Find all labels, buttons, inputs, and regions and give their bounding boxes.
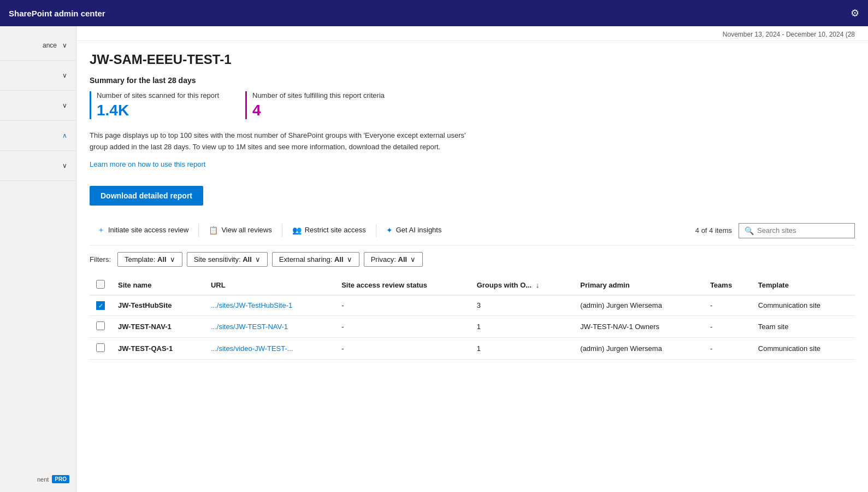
page-title: JW-SAM-EEEU-TEST-1 — [90, 52, 855, 67]
row-teams: - — [704, 295, 752, 316]
table-row: ✓JW-TestHubSite.../sites/JW-TestHubSite-… — [90, 295, 855, 316]
sort-icon: ↓ — [536, 281, 540, 289]
sidebar-item-3[interactable]: ∨ — [0, 95, 76, 116]
content-area: November 13, 2024 - December 10, 2024 (2… — [76, 26, 868, 492]
sidebar-item-2[interactable]: ∨ — [0, 65, 76, 86]
sensitivity-filter-label: Site sensitivity: All — [194, 255, 252, 263]
col-groups[interactable]: Groups with O... ↓ — [470, 276, 574, 295]
row-template: Communication site — [752, 295, 855, 316]
row-review-status: - — [335, 295, 470, 316]
row-checkbox-cell[interactable] — [90, 338, 111, 360]
ai-insights-button[interactable]: ✦ Get AI insights — [379, 221, 450, 240]
toolbar-sep-1 — [198, 224, 199, 237]
row-url[interactable]: .../sites/JW-TestHubSite-1 — [204, 295, 335, 316]
date-range-text: November 13, 2024 - December 10, 2024 (2… — [723, 31, 855, 38]
download-report-button[interactable]: Download detailed report — [90, 186, 203, 206]
row-site-name: JW-TestHubSite — [111, 295, 204, 316]
people-icon: 👥 — [292, 226, 302, 235]
chevron-icon-2: ∨ — [62, 72, 67, 79]
date-header: November 13, 2024 - December 10, 2024 (2… — [76, 26, 868, 41]
row-primary-admin: (admin) Jurgen Wiersema — [574, 338, 704, 360]
row-groups: 3 — [470, 295, 574, 316]
template-filter[interactable]: Template: All ∨ — [117, 252, 182, 267]
learn-more-link[interactable]: Learn more on how to use this report — [90, 160, 205, 168]
items-count: 4 of 4 items — [695, 226, 732, 235]
col-template: Template — [752, 276, 855, 295]
restrict-access-button[interactable]: 👥 Restrict site access — [285, 221, 374, 240]
chevron-icon-5: ∨ — [62, 162, 67, 169]
sidebar-group-4: ∧ — [0, 121, 76, 151]
sidebar-item-5[interactable]: ∨ — [0, 155, 76, 176]
select-all-checkbox[interactable] — [96, 280, 105, 289]
chevron-icon-3: ∨ — [62, 102, 67, 109]
filters-row: Filters: Template: All ∨ Site sensitivit… — [90, 252, 855, 267]
sidebar: ance ∨ ∨ ∨ ∧ ∨ nent PRO — [0, 26, 76, 492]
row-groups: 1 — [470, 338, 574, 360]
search-input[interactable] — [757, 226, 849, 235]
row-url[interactable]: .../sites/JW-TEST-NAV-1 — [204, 316, 335, 338]
sidebar-group-2: ∨ — [0, 61, 76, 91]
filters-label: Filters: — [90, 255, 111, 263]
row-primary-admin: JW-TEST-NAV-1 Owners — [574, 316, 704, 338]
privacy-filter[interactable]: Privacy: All ∨ — [364, 252, 423, 267]
external-sharing-filter-label: External sharing: All — [279, 255, 344, 263]
sensitivity-filter[interactable]: Site sensitivity: All ∨ — [187, 252, 268, 267]
toolbar-sep-3 — [376, 224, 376, 237]
privacy-chevron-icon: ∨ — [410, 255, 416, 263]
row-checkbox[interactable] — [96, 343, 105, 352]
row-site-name: JW-TEST-NAV-1 — [111, 316, 204, 338]
sensitivity-chevron-icon: ∨ — [255, 255, 261, 263]
row-template: Team site — [752, 316, 855, 338]
gear-icon[interactable]: ⚙ — [851, 7, 859, 19]
col-primary-admin: Primary admin — [574, 276, 704, 295]
select-all-header[interactable] — [90, 276, 111, 295]
external-sharing-filter[interactable]: External sharing: All ∨ — [272, 252, 359, 267]
stat-scanned-label: Number of sites scanned for this report — [97, 91, 219, 99]
topbar: SharePoint admin center ⚙ — [0, 0, 868, 26]
chevron-icon-4: ∧ — [62, 132, 67, 139]
col-url: URL — [204, 276, 335, 295]
sidebar-group-3: ∨ — [0, 91, 76, 121]
row-site-name: JW-TEST-QAS-1 — [111, 338, 204, 360]
row-url-link[interactable]: .../sites/video-JW-TEST-... — [211, 344, 293, 353]
description-text: This page displays up to top 100 sites w… — [90, 130, 472, 153]
view-reviews-label: View all reviews — [221, 226, 271, 234]
template-filter-label: Template: All — [125, 255, 167, 263]
view-reviews-button[interactable]: 📋 View all reviews — [201, 221, 279, 240]
row-teams: - — [704, 338, 752, 360]
sidebar-item-1[interactable]: ance ∨ — [0, 35, 76, 56]
row-review-status: - — [335, 338, 470, 360]
row-checkbox-cell[interactable]: ✓ — [90, 295, 111, 316]
row-checkbox-cell[interactable] — [90, 316, 111, 338]
plus-icon: ＋ — [97, 225, 105, 235]
privacy-filter-label: Privacy: All — [371, 255, 407, 263]
sites-table-container: Site name URL Site access review status … — [90, 276, 855, 360]
initiate-review-button[interactable]: ＋ Initiate site access review — [90, 221, 196, 241]
stat-fulfilling-label: Number of sites fulfilling this report c… — [252, 91, 385, 99]
sidebar-group-1: ance ∨ — [0, 31, 76, 61]
ai-icon: ✦ — [386, 226, 393, 235]
row-url[interactable]: .../sites/video-JW-TEST-... — [204, 338, 335, 360]
stat-sites-fulfilling: Number of sites fulfilling this report c… — [245, 91, 385, 119]
row-teams: - — [704, 316, 752, 338]
stat-scanned-value: 1.4K — [97, 102, 219, 119]
sidebar-item-label-1: ance — [9, 42, 60, 49]
row-template: Communication site — [752, 338, 855, 360]
table-body: ✓JW-TestHubSite.../sites/JW-TestHubSite-… — [90, 295, 855, 360]
external-sharing-chevron-icon: ∨ — [347, 255, 352, 263]
table-row: JW-TEST-QAS-1.../sites/video-JW-TEST-...… — [90, 338, 855, 360]
table-row: JW-TEST-NAV-1.../sites/JW-TEST-NAV-1-1JW… — [90, 316, 855, 338]
stat-sites-scanned: Number of sites scanned for this report … — [90, 91, 219, 119]
row-checkbox-checked[interactable]: ✓ — [96, 301, 105, 310]
sidebar-item-4[interactable]: ∧ — [0, 125, 76, 146]
search-icon: 🔍 — [745, 226, 754, 235]
sites-table: Site name URL Site access review status … — [90, 276, 855, 360]
row-url-link[interactable]: .../sites/JW-TestHubSite-1 — [211, 301, 292, 309]
col-site-name: Site name — [111, 276, 204, 295]
list-icon: 📋 — [209, 226, 218, 235]
restrict-access-label: Restrict site access — [305, 226, 366, 234]
search-box[interactable]: 🔍 — [739, 223, 855, 238]
row-url-link[interactable]: .../sites/JW-TEST-NAV-1 — [211, 323, 288, 331]
row-checkbox[interactable] — [96, 321, 105, 330]
pro-badge: PRO — [52, 475, 69, 483]
